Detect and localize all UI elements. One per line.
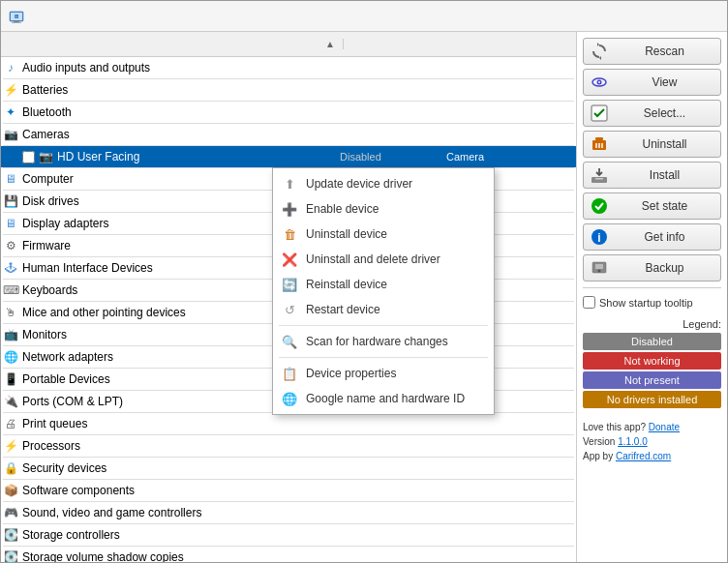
device-icon: 📱 [3,371,18,387]
device-name: Processors [22,439,340,453]
love-text: Love this app? Donate Version 1.1.0.0 Ap… [583,420,721,463]
minimize-button[interactable] [642,6,665,27]
action-panel: Rescan View Select... Uninstall Install … [577,32,727,562]
setstate-button[interactable]: Set state [583,193,721,220]
legend-item: Not working [583,352,721,370]
svg-text:i: i [597,231,600,245]
device-icon: ⚡ [3,82,18,98]
startup-tooltip-label: Show startup tooltip [599,297,693,309]
device-name: Software components [22,484,340,497]
view-button[interactable]: View [583,69,721,96]
device-icon: 💽 [3,549,18,562]
svg-rect-14 [592,177,607,183]
backup-icon [590,258,609,278]
rescan-button[interactable]: Rescan [583,38,721,65]
app-link[interactable]: Carifred.com [616,451,671,461]
svg-point-21 [598,270,601,273]
device-icon: 🎮 [3,505,18,520]
view-icon [590,73,609,92]
context-menu-item-restart[interactable]: ↺ Restart device [273,297,494,322]
device-icon: ♪ [3,60,18,75]
getinfo-button[interactable]: i Get info [583,223,721,251]
device-status: Disabled [340,151,446,163]
ctx-item-label: Enable device [306,202,379,216]
device-icon: 🔌 [3,394,18,409]
device-icon: 🖱 [3,305,18,320]
context-menu-item-enable[interactable]: ➕ Enable device [273,196,494,222]
list-item[interactable]: 📷 Cameras [1,124,576,145]
select-label: Select... [615,106,714,120]
list-item[interactable]: 📦 Software components [1,480,576,501]
ctx-item-label: Uninstall and delete driver [306,252,440,266]
ctx-item-label: Restart device [306,303,380,316]
device-checkbox[interactable] [22,151,35,163]
view-label: View [615,75,714,89]
legend-item: No drivers installed [583,391,721,408]
close-button[interactable] [696,6,719,27]
ctx-item-label: Update device driver [306,177,412,191]
backup-label: Backup [615,261,714,275]
device-list-panel: ▲ ♪ Audio inputs and outputs ⚡ Batteries… [1,32,577,562]
ctx-item-label: Device properties [306,367,396,380]
context-menu-separator [279,325,488,326]
list-item[interactable]: ⚡ Batteries [1,79,576,101]
install-button[interactable]: Install [583,162,721,189]
list-item[interactable]: ✦ Bluetooth [1,102,576,123]
maximize-button[interactable] [669,6,692,27]
select-icon [590,104,609,123]
device-name: Storage controllers [22,528,340,542]
context-menu-item-uninstall_delete[interactable]: ❌ Uninstall and delete driver [273,247,494,272]
device-icon: 🌐 [3,349,18,365]
ctx-item-label: Uninstall device [306,227,387,241]
svg-rect-20 [595,264,603,269]
context-menu-item-uninstall[interactable]: 🗑 Uninstall device [273,222,494,247]
version-link[interactable]: 1.1.0.0 [618,436,648,447]
header-device-name: ▲ [1,39,344,49]
ctx-item-label: Reinstall device [306,278,387,291]
list-item[interactable]: 🖨 Print queues [1,413,576,434]
legend-section: Legend:DisabledNot workingNot presentNo … [583,318,721,410]
device-icon: 📺 [3,327,18,342]
panel-separator [583,287,721,288]
device-name: Print queues [22,417,340,430]
ctx-item-icon: ↺ [281,301,298,318]
context-menu-item-properties[interactable]: 📋 Device properties [273,361,494,386]
list-item[interactable]: 📷 HD User Facing Disabled Camera [1,146,576,167]
install-label: Install [615,168,714,182]
device-icon: 🕹 [3,260,18,276]
list-item[interactable]: 🔒 Security devices [1,458,576,479]
svg-point-7 [598,81,600,83]
getinfo-icon: i [590,227,609,247]
setstate-icon [590,196,609,216]
select-button[interactable]: Select... [583,100,721,127]
donate-link[interactable]: Donate [649,422,680,432]
list-item[interactable]: 🎮 Sound, video and game controllers [1,502,576,523]
ctx-item-label: Scan for hardware changes [306,335,448,348]
list-item[interactable]: ♪ Audio inputs and outputs [1,57,576,78]
device-icon: 📷 [3,127,18,142]
list-item[interactable]: 💽 Storage volume shadow copies [1,547,576,562]
context-menu-item-google[interactable]: 🌐 Google name and hardware ID [273,386,494,411]
title-bar: 🖥 [1,1,727,32]
list-item[interactable]: ⚡ Processors [1,435,576,457]
uninstall-button[interactable]: Uninstall [583,131,721,158]
backup-button[interactable]: Backup [583,254,721,282]
list-item[interactable]: 💽 Storage controllers [1,524,576,546]
context-menu-separator [279,357,488,358]
context-menu-item-reinstall[interactable]: 🔄 Reinstall device [273,272,494,297]
startup-tooltip-checkbox[interactable] [583,296,595,309]
device-icon: ✦ [3,104,18,120]
uninstall-icon [590,134,609,154]
ctx-item-icon: ❌ [281,251,298,268]
device-name: Sound, video and game controllers [22,506,340,519]
ctx-item-label: Google name and hardware ID [306,392,465,405]
setstate-label: Set state [615,199,714,213]
device-icon: 📦 [3,483,18,498]
device-name: Audio inputs and outputs [22,61,340,74]
device-name: Batteries [22,83,340,97]
main-window: 🖥 ▲ ♪ Audio inputs and outputs [0,0,728,563]
context-menu-item-scan[interactable]: 🔍 Scan for hardware changes [273,329,494,354]
device-icon: 📷 [38,149,53,164]
ctx-item-icon: 🗑 [281,225,298,243]
context-menu-item-update[interactable]: ⬆ Update device driver [273,171,494,196]
